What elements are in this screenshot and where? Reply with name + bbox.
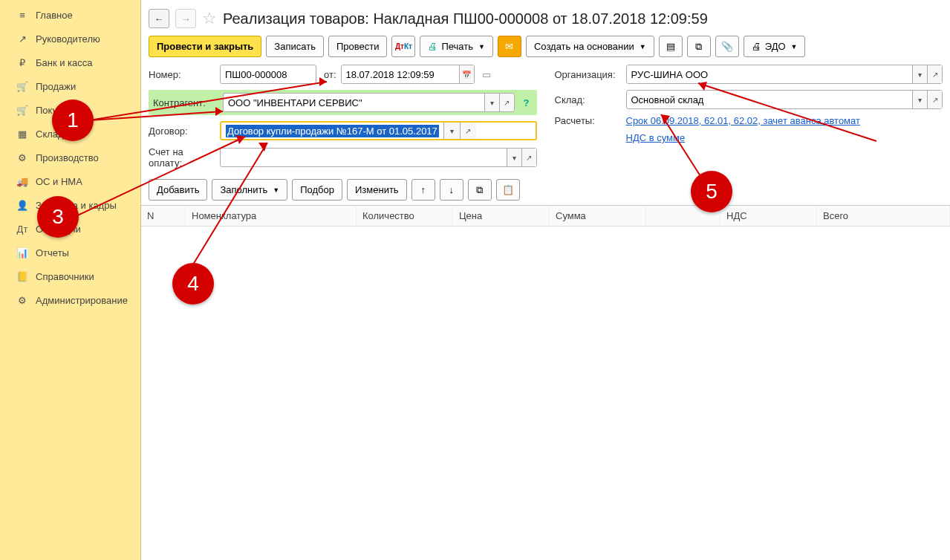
- th-price[interactable]: Цена: [453, 206, 550, 226]
- marker-4: 4: [172, 263, 214, 305]
- add-button[interactable]: Добавить: [149, 179, 207, 201]
- bars-icon: 📊: [16, 247, 28, 258]
- main-toolbar: Провести и закрыть Записать Провести ДтК…: [141, 33, 950, 65]
- truck-icon: 🚚: [16, 175, 28, 187]
- cart-icon: 🛒: [16, 104, 28, 116]
- sidebar-item-main[interactable]: ≡Главное: [0, 3, 140, 27]
- table-header: N Номенклатура Количество Цена Сумма НДС…: [141, 206, 950, 227]
- attach-button[interactable]: 📎: [715, 36, 739, 57]
- print-button[interactable]: 🖨Печать▼: [420, 36, 493, 57]
- counterparty-field[interactable]: ▾ ↗: [223, 93, 515, 112]
- sidebar-item-reports[interactable]: 📊Отчеты: [0, 241, 140, 264]
- th-total[interactable]: Всего: [817, 206, 950, 226]
- open-icon[interactable]: ↗: [499, 94, 514, 111]
- create-based-button[interactable]: Создать на основании▼: [526, 36, 654, 57]
- list-button[interactable]: ▤: [659, 36, 683, 57]
- contract-value: Договор купли-продажи №167-М от 01.05.20…: [226, 125, 439, 137]
- form-area: Номер: от: 📅 ▭ Контрагент: ▾ ↗: [141, 65, 950, 175]
- sidebar-item-sales[interactable]: 🛒Продажи: [0, 74, 140, 98]
- counterparty-input[interactable]: [224, 94, 484, 111]
- structure-icon: ⧉: [695, 41, 702, 53]
- help-icon[interactable]: ?: [519, 97, 534, 108]
- page-title: Реализация товаров: Накладная ПШ00-00000…: [223, 10, 708, 27]
- topbar: ← → ☆ Реализация товаров: Накладная ПШ00…: [141, 0, 950, 33]
- edo-button[interactable]: 🖨ЭДО▼: [744, 36, 806, 57]
- org-field[interactable]: ▾ ↗: [626, 65, 943, 84]
- copy-button[interactable]: ⧉: [468, 179, 492, 201]
- structure-button[interactable]: ⧉: [687, 36, 711, 57]
- ruble-icon: ₽: [16, 56, 28, 68]
- main-content: ← → ☆ Реализация товаров: Накладная ПШ00…: [141, 0, 950, 560]
- contract-field[interactable]: Договор купли-продажи №167-М от 01.05.20…: [220, 121, 537, 140]
- org-label: Организация:: [555, 69, 622, 80]
- nav-back-button[interactable]: ←: [149, 9, 169, 28]
- vat-link[interactable]: НДС в сумме: [626, 132, 686, 143]
- counterparty-label: Контрагент:: [152, 97, 218, 108]
- sidebar-label: Продажи: [36, 81, 76, 92]
- dropdown-icon[interactable]: ▾: [507, 149, 521, 166]
- chart-icon: ↗: [16, 33, 28, 45]
- fill-button[interactable]: Заполнить▼: [212, 179, 287, 201]
- form-icon[interactable]: ▭: [479, 69, 494, 80]
- number-input[interactable]: [221, 65, 316, 83]
- menu-icon: ≡: [16, 9, 28, 21]
- sidebar-label: Производство: [36, 152, 99, 163]
- sidebar-item-manager[interactable]: ↗Руководителю: [0, 27, 140, 51]
- sidebar-item-catalogs[interactable]: 📒Справочники: [0, 264, 140, 288]
- th-item[interactable]: Номенклатура: [186, 206, 357, 226]
- warehouse-field[interactable]: ▾ ↗: [626, 90, 943, 109]
- date-field[interactable]: 📅: [341, 65, 475, 84]
- marker-3: 3: [37, 196, 79, 238]
- dtKt-icon: ДтКт: [395, 42, 412, 51]
- th-n[interactable]: N: [141, 206, 186, 226]
- date-label: от:: [324, 69, 336, 80]
- org-input[interactable]: [627, 65, 913, 83]
- open-icon[interactable]: ↗: [521, 149, 536, 166]
- th-vat[interactable]: НДС: [720, 206, 817, 226]
- dtKt-button[interactable]: ДтКт: [391, 36, 415, 57]
- pick-button[interactable]: Подбор: [292, 179, 342, 201]
- calendar-icon[interactable]: 📅: [459, 65, 474, 83]
- dropdown-icon[interactable]: ▾: [912, 91, 927, 108]
- table-toolbar: Добавить Заполнить▼ Подбор Изменить ↑ ↓ …: [141, 175, 950, 205]
- sidebar-item-admin[interactable]: ⚙Администрирование: [0, 288, 140, 312]
- sidebar-item-production[interactable]: ⚙Производство: [0, 146, 140, 169]
- marker-1: 1: [52, 100, 94, 141]
- contract-label: Договор:: [149, 126, 215, 137]
- invoice-input[interactable]: [221, 149, 507, 166]
- warehouse-label: Склад:: [555, 94, 622, 105]
- mail-button[interactable]: ✉: [498, 36, 521, 57]
- nav-forward-button[interactable]: →: [175, 9, 196, 28]
- book-icon: 📒: [16, 270, 28, 282]
- post-and-close-button[interactable]: Провести и закрыть: [149, 36, 261, 57]
- date-input[interactable]: [342, 65, 459, 83]
- invoice-field[interactable]: ▾ ↗: [220, 148, 537, 167]
- cart-icon: 🛒: [16, 80, 28, 92]
- sidebar-item-assets[interactable]: 🚚ОС и НМА: [0, 169, 140, 193]
- move-up-button[interactable]: ↑: [411, 179, 435, 201]
- edit-button[interactable]: Изменить: [347, 179, 407, 201]
- th-qty[interactable]: Количество: [357, 206, 453, 226]
- paste-button[interactable]: 📋: [496, 179, 520, 201]
- number-field[interactable]: [220, 65, 316, 84]
- dropdown-icon[interactable]: ▾: [443, 123, 460, 139]
- marker-5: 5: [691, 171, 732, 212]
- edo-icon: 🖨: [752, 41, 761, 52]
- dropdown-icon[interactable]: ▾: [912, 65, 927, 83]
- dtKt-icon: Дт: [16, 223, 28, 235]
- warehouse-input[interactable]: [627, 91, 913, 108]
- open-icon[interactable]: ↗: [460, 123, 476, 139]
- sidebar-label: Справочники: [36, 271, 94, 282]
- invoice-label: Счет на оплату:: [149, 146, 215, 169]
- calc-label: Расчеты:: [555, 115, 622, 126]
- open-icon[interactable]: ↗: [927, 91, 942, 108]
- post-button[interactable]: Провести: [328, 36, 388, 57]
- favorite-star-icon[interactable]: ☆: [202, 9, 217, 28]
- save-button[interactable]: Записать: [266, 36, 324, 57]
- calc-link[interactable]: Срок 06.09.2018, 62.01, 62.02, зачет ава…: [626, 115, 860, 126]
- sidebar-item-bank[interactable]: ₽Банк и касса: [0, 51, 140, 74]
- dropdown-icon[interactable]: ▾: [484, 94, 499, 111]
- move-down-button[interactable]: ↓: [440, 179, 463, 201]
- th-sum[interactable]: Сумма: [550, 206, 646, 226]
- open-icon[interactable]: ↗: [927, 65, 942, 83]
